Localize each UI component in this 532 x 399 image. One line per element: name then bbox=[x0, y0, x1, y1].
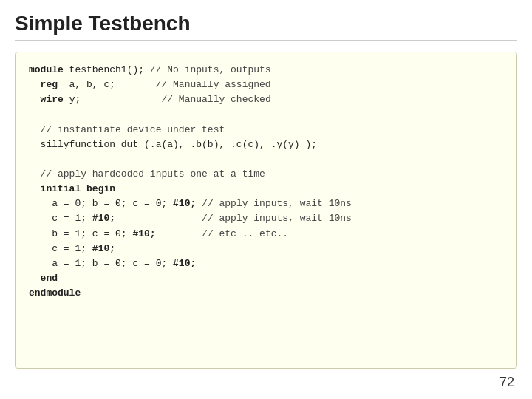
code-line-8: // apply hardcoded inputs one at a time bbox=[29, 167, 503, 182]
keyword-reg: reg bbox=[41, 79, 58, 90]
page-title: Simple Testbench bbox=[15, 12, 517, 41]
comment-10: // apply inputs, wait 10ns bbox=[202, 198, 352, 209]
keyword-initial: initial bbox=[41, 183, 81, 194]
code-line-14: a = 1; b = 0; c = 0; #10; bbox=[29, 256, 503, 271]
keyword-end: end bbox=[41, 273, 58, 284]
code-line-10: a = 0; b = 0; c = 0; #10; // apply input… bbox=[29, 197, 503, 211]
code-line-7 bbox=[29, 152, 503, 167]
keyword-endmodule: endmodule bbox=[29, 287, 81, 299]
code-line-13: c = 1; #10; bbox=[29, 242, 503, 256]
code-line-16: endmodule bbox=[29, 286, 503, 301]
code-line-3: wire y; // Manually checked bbox=[29, 92, 503, 107]
hash-14: #10; bbox=[173, 258, 196, 269]
code-box: module testbench1(); // No inputs, outpu… bbox=[15, 52, 517, 369]
code-line-12: b = 1; c = 0; #10; // etc .. etc.. bbox=[29, 227, 503, 242]
comment-8: // apply hardcoded inputs one at a time bbox=[41, 168, 265, 180]
code-line-11: c = 1; #10; // apply inputs, wait 10ns bbox=[29, 211, 503, 226]
comment-2: // Manually assigned bbox=[156, 79, 271, 90]
hash-12: #10; bbox=[132, 228, 155, 239]
code-text: testbench1(); bbox=[64, 64, 150, 75]
page-container: Simple Testbench module testbench1(); //… bbox=[0, 0, 532, 399]
keyword-begin: begin bbox=[86, 183, 115, 194]
code-line-2: reg a, b, c; // Manually assigned bbox=[29, 78, 503, 92]
code-line-6: sillyfunction dut (.a(a), .b(b), .c(c), … bbox=[29, 137, 503, 152]
hash-10: #10; bbox=[173, 198, 196, 209]
comment-11: // apply inputs, wait 10ns bbox=[202, 213, 352, 224]
code-line-4 bbox=[29, 107, 503, 122]
code-text: y; bbox=[64, 94, 162, 105]
keyword-wire: wire bbox=[41, 94, 64, 105]
code-text: a, b, c; bbox=[58, 79, 156, 90]
code-line-5: // instantiate device under test bbox=[29, 123, 503, 137]
hash-13: #10; bbox=[92, 243, 115, 254]
comment-3: // Manually checked bbox=[161, 94, 270, 105]
keyword-module: module bbox=[29, 64, 64, 75]
comment-12: // etc .. etc.. bbox=[202, 228, 288, 239]
code-line-1: module testbench1(); // No inputs, outpu… bbox=[29, 63, 503, 78]
hash-11: #10; bbox=[92, 213, 115, 224]
comment-5: // instantiate device under test bbox=[41, 124, 225, 135]
code-line-9: initial begin bbox=[29, 182, 503, 197]
page-number: 72 bbox=[15, 375, 517, 390]
code-line-15: end bbox=[29, 271, 503, 286]
comment-1: // No inputs, outputs bbox=[150, 64, 271, 75]
